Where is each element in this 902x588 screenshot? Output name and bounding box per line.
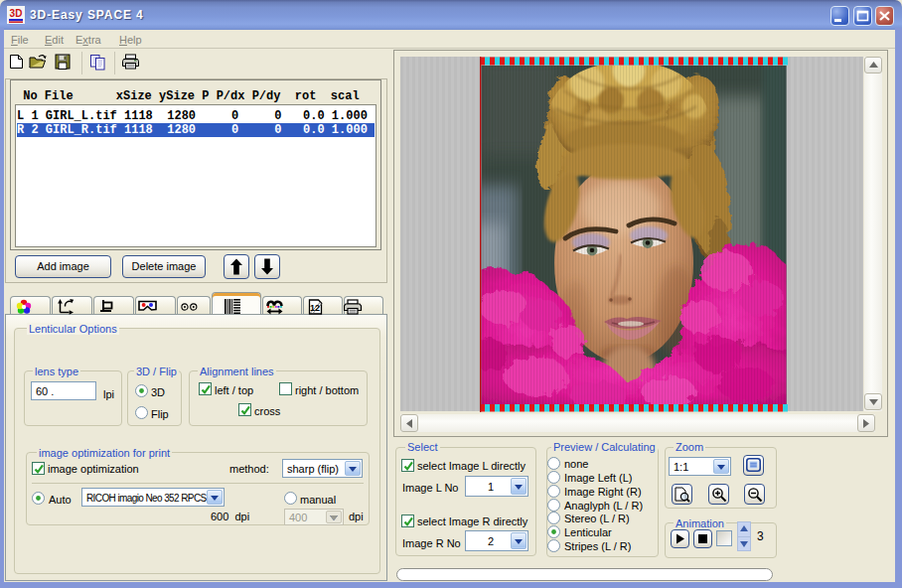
svg-text:12: 12 <box>310 303 320 313</box>
svg-text:3D: 3D <box>10 8 23 19</box>
